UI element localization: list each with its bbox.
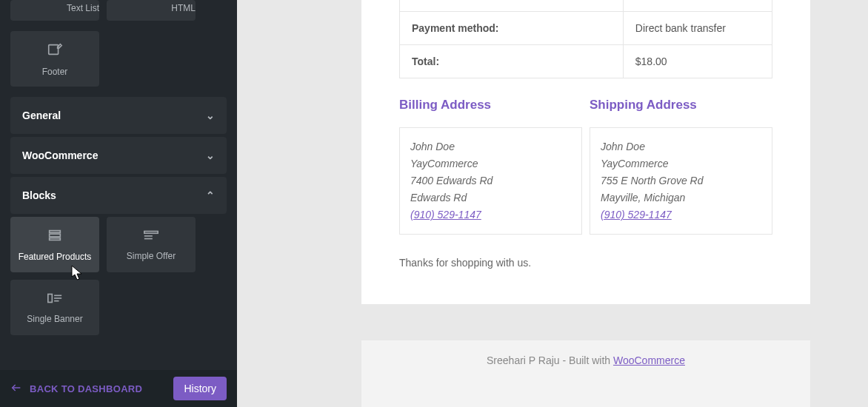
back-to-dashboard-link[interactable]: BACK TO DASHBOARD bbox=[10, 382, 142, 396]
addr-street: 755 E North Grove Rd bbox=[601, 172, 761, 189]
email-preview-area: Subtotal: $18.00 Payment method: Direct … bbox=[237, 0, 868, 407]
svg-rect-4 bbox=[144, 231, 158, 233]
tile-text-list[interactable]: Text List bbox=[10, 0, 99, 21]
sidebar-bottom-bar: BACK TO DASHBOARD History bbox=[0, 370, 237, 407]
footer-edit-icon bbox=[47, 41, 63, 61]
billing-box: John Doe YayCommerce 7400 Edwards Rd Edw… bbox=[399, 127, 582, 235]
svg-rect-7 bbox=[48, 294, 53, 302]
row-label: Subtotal: bbox=[400, 0, 624, 12]
chevron-down-icon: ⌄ bbox=[206, 110, 215, 121]
history-button[interactable]: History bbox=[173, 377, 227, 400]
tile-row-footer: Footer bbox=[0, 31, 237, 97]
footer-text: Sreehari P Raju - Built with WooCommerce bbox=[487, 354, 685, 366]
layers-icon bbox=[47, 228, 63, 246]
tile-label: Single Banner bbox=[27, 314, 82, 324]
address-row: Billing Address John Doe YayCommerce 740… bbox=[399, 98, 772, 235]
svg-rect-2 bbox=[50, 234, 61, 237]
svg-rect-3 bbox=[50, 238, 61, 240]
chevron-down-icon: ⌄ bbox=[206, 149, 215, 161]
tile-footer[interactable]: Footer bbox=[10, 31, 99, 87]
tile-label: Footer bbox=[42, 67, 68, 77]
addr-company: YayCommerce bbox=[601, 155, 761, 172]
section-woocommerce[interactable]: WooCommerce ⌄ bbox=[10, 137, 227, 174]
thanks-text: Thanks for shopping with us. bbox=[399, 257, 772, 269]
addr-company: YayCommerce bbox=[410, 155, 571, 172]
email-footer: Sreehari P Raju - Built with WooCommerce bbox=[361, 340, 810, 407]
row-label: Payment method: bbox=[400, 12, 624, 45]
back-label: BACK TO DASHBOARD bbox=[30, 383, 142, 394]
table-row: Payment method: Direct bank transfer bbox=[400, 12, 772, 45]
addr-name: John Doe bbox=[410, 138, 571, 155]
row-label: Total: bbox=[400, 45, 624, 78]
woocommerce-link[interactable]: WooCommerce bbox=[613, 354, 685, 366]
row-value: $18.00 bbox=[623, 0, 772, 12]
addr-city: Mayville, Michigan bbox=[601, 189, 761, 206]
list-icon bbox=[143, 229, 159, 245]
tile-single-banner[interactable]: Single Banner bbox=[10, 280, 99, 335]
tile-label: Text List bbox=[67, 3, 99, 13]
addr-phone-link[interactable]: (910) 529-1147 bbox=[410, 209, 481, 221]
tile-simple-offer[interactable]: Simple Offer bbox=[107, 217, 196, 272]
shipping-column: Shipping Address John Doe YayCommerce 75… bbox=[590, 98, 772, 235]
section-general[interactable]: General ⌄ bbox=[10, 97, 227, 134]
addr-street: 7400 Edwards Rd bbox=[410, 172, 571, 189]
row-value: $18.00 bbox=[623, 45, 772, 78]
tile-row-top: Text List HTML bbox=[0, 0, 237, 31]
tile-row-blocks: Featured Products Simple Offer Single Ba… bbox=[0, 217, 237, 346]
addr-phone-link[interactable]: (910) 529-1147 bbox=[601, 209, 672, 221]
tile-label: Simple Offer bbox=[127, 251, 176, 261]
billing-column: Billing Address John Doe YayCommerce 740… bbox=[399, 98, 582, 235]
row-value: Direct bank transfer bbox=[623, 12, 772, 45]
tile-html[interactable]: HTML bbox=[107, 0, 196, 21]
editor-sidebar: Text List HTML Footer General ⌄ WooComme… bbox=[0, 0, 237, 407]
arrow-left-icon bbox=[10, 382, 22, 396]
billing-heading: Billing Address bbox=[399, 98, 582, 112]
tile-featured-products[interactable]: Featured Products bbox=[10, 217, 99, 272]
section-label: WooCommerce bbox=[22, 149, 98, 161]
svg-rect-1 bbox=[50, 230, 61, 232]
section-blocks[interactable]: Blocks ⌃ bbox=[10, 177, 227, 214]
table-row: Subtotal: $18.00 bbox=[400, 0, 772, 12]
addr-name: John Doe bbox=[601, 138, 761, 155]
order-summary-table: Subtotal: $18.00 Payment method: Direct … bbox=[399, 0, 772, 78]
email-body: Subtotal: $18.00 Payment method: Direct … bbox=[361, 0, 810, 304]
table-row: Total: $18.00 bbox=[400, 45, 772, 78]
tile-label: HTML bbox=[171, 3, 196, 13]
banner-icon bbox=[47, 292, 63, 308]
chevron-up-icon: ⌃ bbox=[206, 189, 215, 201]
footer-prefix: Sreehari P Raju - Built with bbox=[487, 354, 613, 366]
section-label: General bbox=[22, 110, 61, 121]
section-label: Blocks bbox=[22, 189, 56, 201]
shipping-box: John Doe YayCommerce 755 E North Grove R… bbox=[590, 127, 772, 235]
addr-city: Edwards Rd bbox=[410, 189, 571, 206]
shipping-heading: Shipping Address bbox=[590, 98, 772, 112]
svg-rect-0 bbox=[49, 44, 59, 54]
tile-label: Featured Products bbox=[19, 252, 92, 262]
